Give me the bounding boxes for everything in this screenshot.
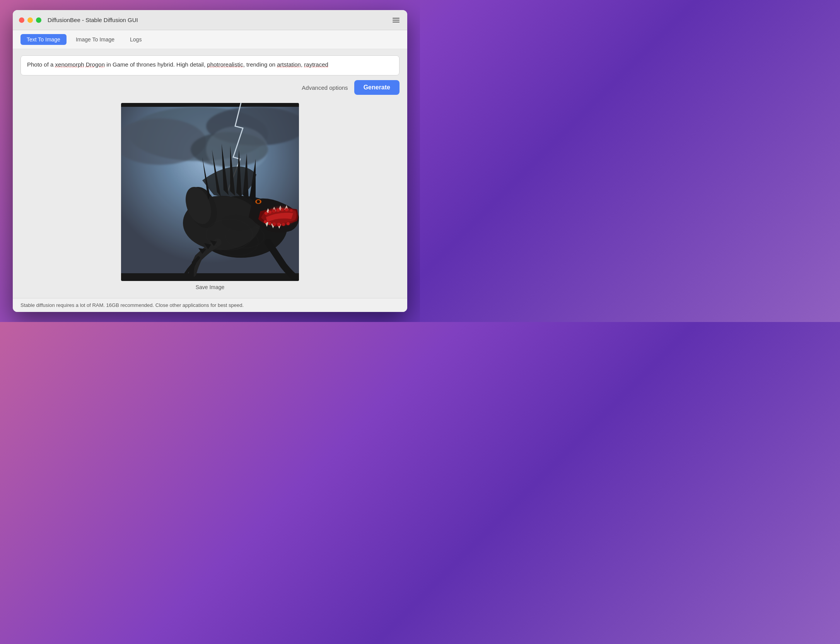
save-image-label[interactable]: Save Image <box>196 284 225 290</box>
minimize-button[interactable] <box>27 17 33 23</box>
main-content: Photo of a xenomorph Drogon in Game of t… <box>13 49 407 298</box>
traffic-lights <box>19 17 41 23</box>
menu-icon <box>393 22 400 22</box>
footer-message: Stable diffusion requires a lot of RAM. … <box>20 302 244 308</box>
tab-image-to-image[interactable]: Image To Image <box>70 34 121 45</box>
word-xenomorph: xenomorph <box>55 61 84 68</box>
controls-row: Advanced options Generate <box>20 80 400 95</box>
tab-logs[interactable]: Logs <box>124 34 148 45</box>
generate-button[interactable]: Generate <box>354 80 400 95</box>
word-drogon: Drogon <box>86 61 105 68</box>
navbar: Text To Image Image To Image Logs <box>13 30 407 49</box>
menu-icon <box>393 20 400 21</box>
generated-image-wrapper: Save Image <box>121 103 299 290</box>
advanced-options-link[interactable]: Advanced options <box>302 84 348 91</box>
app-window: DiffusionBee - Stable Diffusion GUI Text… <box>13 10 407 312</box>
image-svg <box>121 103 299 281</box>
maximize-button[interactable] <box>36 17 41 23</box>
word-raytraced: raytraced <box>304 61 328 68</box>
titlebar: DiffusionBee - Stable Diffusion GUI <box>13 10 407 30</box>
footer-bar: Stable diffusion requires a lot of RAM. … <box>13 298 407 312</box>
word-artstation: artstation <box>277 61 301 68</box>
close-button[interactable] <box>19 17 24 23</box>
generated-image <box>121 103 299 281</box>
menu-button[interactable] <box>391 16 401 24</box>
prompt-input[interactable]: Photo of a xenomorph Drogon in Game of t… <box>20 55 400 75</box>
window-title: DiffusionBee - Stable Diffusion GUI <box>48 17 391 23</box>
prompt-text: Photo of a xenomorph Drogon in Game of t… <box>27 61 328 68</box>
image-container: Save Image <box>20 101 400 292</box>
tab-text-to-image[interactable]: Text To Image <box>20 34 67 45</box>
svg-rect-41 <box>121 103 299 281</box>
word-photrorealistic: photrorealistic <box>207 61 243 68</box>
menu-icon <box>393 18 400 19</box>
